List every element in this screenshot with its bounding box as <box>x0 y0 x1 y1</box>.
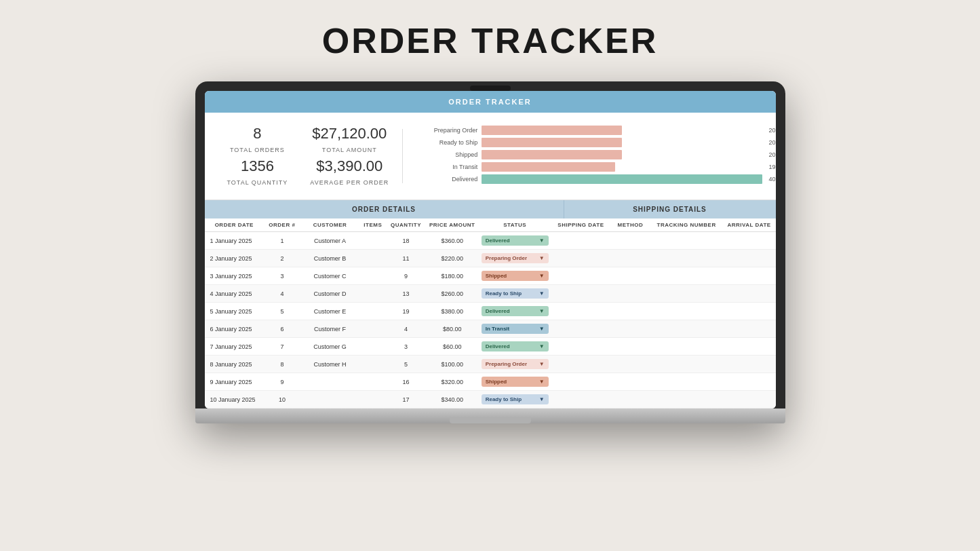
status-badge[interactable]: Preparing Order ▼ <box>482 253 549 263</box>
total-orders-label: TOTAL ORDERS <box>230 147 285 153</box>
cell-ship-date <box>551 238 611 244</box>
table-body: 1 January 2025 1 Customer A 18 $360.00 D… <box>205 232 776 408</box>
summary-stats: 8 TOTAL ORDERS $27,120.00 TOTAL AMOUNT 1… <box>218 125 389 187</box>
stat-total-orders: 8 TOTAL ORDERS <box>218 125 297 155</box>
cell-num: 5 <box>264 305 300 318</box>
cell-status[interactable]: Preparing Order ▼ <box>479 356 551 373</box>
cell-customer: Customer G <box>300 340 360 354</box>
status-badge[interactable]: In Transit ▼ <box>482 324 549 334</box>
cell-quantity: 17 <box>386 393 425 406</box>
cell-ship-date <box>551 273 611 280</box>
cell-arrival <box>723 343 776 350</box>
chart-row: Delivered 40 <box>416 174 762 184</box>
cell-date: 9 January 2025 <box>205 375 264 389</box>
cell-ship-date <box>551 255 611 262</box>
table-row: 5 January 2025 5 Customer E 19 $380.00 D… <box>205 303 776 320</box>
cell-date: 3 January 2025 <box>205 269 264 283</box>
cell-arrival <box>723 308 776 315</box>
cell-method <box>610 326 650 332</box>
status-badge[interactable]: Delivered ▼ <box>482 306 549 316</box>
cell-customer: Customer B <box>300 252 360 265</box>
status-badge[interactable]: Shipped ▼ <box>482 271 549 281</box>
chart-value: 20 <box>768 127 775 134</box>
cell-num: 8 <box>264 358 300 371</box>
cell-quantity: 3 <box>386 340 425 354</box>
table-row: 10 January 2025 10 17 $340.00 Ready to S… <box>205 391 776 408</box>
table-row: 6 January 2025 6 Customer F 4 $80.00 In … <box>205 320 776 338</box>
cell-price: $380.00 <box>426 305 479 318</box>
app-header: ORDER TRACKER <box>205 91 776 113</box>
cell-arrival <box>723 396 776 403</box>
col-arrival: ARRIVAL DATE <box>723 218 776 231</box>
cell-status[interactable]: Preparing Order ▼ <box>479 250 551 267</box>
cell-arrival <box>723 255 776 262</box>
chart-row: In Transit 19 <box>416 162 762 172</box>
cell-price: $180.00 <box>426 269 479 283</box>
table-section: ORDER DETAILS SHIPPING DETAILS ORDER DAT… <box>205 200 776 408</box>
col-order-num: ORDER # <box>264 218 300 231</box>
cell-status[interactable]: Shipped ▼ <box>479 373 551 390</box>
cell-tracking <box>650 379 723 385</box>
status-badge[interactable]: Delivered ▼ <box>482 235 549 246</box>
cell-date: 1 January 2025 <box>205 234 264 248</box>
table-row: 1 January 2025 1 Customer A 18 $360.00 D… <box>205 232 776 250</box>
cell-status[interactable]: Shipped ▼ <box>479 267 551 284</box>
dropdown-arrow-icon: ▼ <box>539 379 545 385</box>
dropdown-arrow-icon: ▼ <box>539 273 545 279</box>
chart-value: 20 <box>768 139 775 146</box>
cell-items <box>359 361 386 368</box>
total-quantity-value: 1356 <box>218 157 297 175</box>
cell-tracking <box>650 396 723 403</box>
chart-label: Preparing Order <box>416 127 477 134</box>
cell-status[interactable]: Delivered ▼ <box>479 232 551 249</box>
cell-tracking <box>650 255 723 262</box>
cell-ship-date <box>551 379 611 385</box>
laptop-frame: ORDER TRACKER 8 TOTAL ORDERS $27,120.00 … <box>195 81 785 423</box>
cell-tracking <box>650 326 723 332</box>
cell-quantity: 11 <box>386 252 425 265</box>
cell-status[interactable]: Ready to Ship ▼ <box>479 391 551 408</box>
cell-num: 10 <box>264 393 300 406</box>
avg-per-order-value: $3,390.00 <box>310 157 389 175</box>
chart-bar-wrap: 19 <box>482 162 762 172</box>
cell-date: 7 January 2025 <box>205 340 264 354</box>
status-badge[interactable]: Delivered ▼ <box>482 341 549 352</box>
cell-price: $340.00 <box>426 393 479 406</box>
chart-label: In Transit <box>416 164 477 170</box>
summary-section: 8 TOTAL ORDERS $27,120.00 TOTAL AMOUNT 1… <box>205 113 776 200</box>
cell-status[interactable]: Delivered ▼ <box>479 338 551 355</box>
dropdown-arrow-icon: ▼ <box>539 255 545 261</box>
cell-quantity: 18 <box>386 234 425 248</box>
table-row: 9 January 2025 9 16 $320.00 Shipped ▼ <box>205 373 776 391</box>
col-items: ITEMS <box>359 218 386 231</box>
dropdown-arrow-icon: ▼ <box>539 343 545 349</box>
chart-bar <box>482 138 622 147</box>
cell-arrival <box>723 379 776 385</box>
cell-method <box>610 361 650 368</box>
stat-avg-per-order: $3,390.00 AVERAGE PER ORDER <box>310 157 389 187</box>
status-badge[interactable]: Preparing Order ▼ <box>482 359 549 369</box>
status-badge[interactable]: Ready to Ship ▼ <box>482 394 549 404</box>
cell-ship-date <box>551 326 611 332</box>
section-header-orders: ORDER DETAILS <box>205 200 564 218</box>
cell-customer: Customer H <box>300 358 360 371</box>
cell-arrival <box>723 273 776 280</box>
cell-ship-date <box>551 308 611 315</box>
cell-price: $320.00 <box>426 375 479 389</box>
chart-value: 40 <box>768 176 775 183</box>
chart-value: 19 <box>768 164 775 170</box>
cell-items <box>359 273 386 280</box>
col-customer: CUSTOMER <box>300 218 360 231</box>
cell-status[interactable]: In Transit ▼ <box>479 320 551 337</box>
chart-bar-wrap: 20 <box>482 126 762 135</box>
status-badge[interactable]: Ready to Ship ▼ <box>482 288 549 299</box>
cell-status[interactable]: Delivered ▼ <box>479 303 551 320</box>
cell-ship-date <box>551 343 611 350</box>
table-row: 8 January 2025 8 Customer H 5 $100.00 Pr… <box>205 356 776 373</box>
cell-customer <box>300 396 360 403</box>
chart-label: Ready to Ship <box>416 139 477 146</box>
cell-status[interactable]: Ready to Ship ▼ <box>479 285 551 302</box>
status-badge[interactable]: Shipped ▼ <box>482 377 549 387</box>
cell-date: 8 January 2025 <box>205 358 264 371</box>
cell-items <box>359 396 386 403</box>
